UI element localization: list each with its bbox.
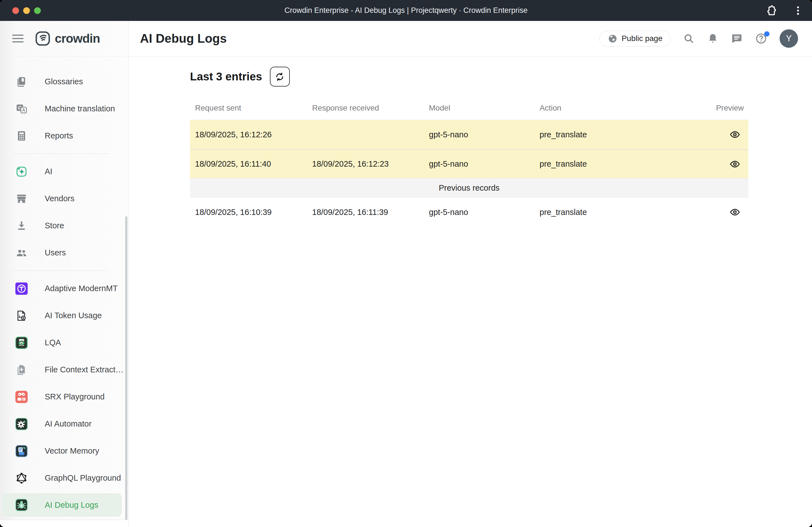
bell-icon — [707, 33, 719, 44]
cell-response-received: 18/09/2025, 16:12:23 — [307, 160, 424, 169]
glossaries-icon — [15, 76, 28, 88]
entries-heading: Last 3 entries — [190, 70, 262, 83]
refresh-icon — [274, 72, 285, 82]
sidebar-item-label: Glossaries — [45, 77, 83, 86]
sidebar-item-vendors[interactable]: Vendors — [2, 185, 122, 212]
messages-button[interactable] — [731, 33, 743, 44]
sidebar-item-label: Reports — [45, 131, 73, 140]
table-row: 18/09/2025, 16:12:26 gpt-5-nano pre_tran… — [190, 120, 748, 149]
user-avatar[interactable]: Y — [780, 29, 798, 48]
sidebar-item-label: SRX Playground — [45, 392, 104, 402]
sidebar-nav: Glossaries GA Machine translation Report… — [0, 56, 129, 517]
previous-records-separator[interactable]: Previous records — [190, 178, 748, 198]
column-header-action: Action — [535, 104, 709, 112]
sidebar-item-label: LQA — [45, 338, 61, 347]
public-page-label: Public page — [622, 34, 663, 43]
column-header-preview: Preview — [709, 104, 748, 112]
sidebar-item-vector-memory[interactable]: Vector Memory — [2, 437, 122, 465]
sidebar-item-label: Users — [45, 248, 66, 257]
search-icon — [683, 33, 695, 44]
cell-response-received: 18/09/2025, 16:11:39 — [307, 208, 424, 217]
adaptive-modernmt-icon — [15, 283, 28, 295]
eye-preview-icon — [729, 159, 740, 170]
globe-icon — [607, 33, 618, 44]
sidebar-item-label: Vendors — [45, 194, 74, 203]
sidebar-item-label: File Context Extract… — [45, 365, 124, 374]
sidebar-item-label: Machine translation — [45, 104, 115, 113]
cell-request-sent: 18/09/2025, 16:12:26 — [190, 130, 307, 139]
reports-calculator-icon — [15, 130, 28, 142]
column-header-model: Model — [424, 104, 535, 112]
crowdin-logo-icon — [35, 30, 51, 47]
help-button[interactable] — [755, 32, 767, 45]
ai-token-usage-icon — [15, 310, 28, 322]
page-body: Last 3 entries Request sent Response rec… — [129, 56, 812, 227]
sidebar-item-label: Store — [45, 221, 64, 230]
machine-translation-icon: GA — [15, 103, 28, 115]
ai-automator-gear-icon — [15, 418, 28, 430]
previous-records-label: Previous records — [439, 183, 499, 193]
hamburger-menu-button[interactable] — [12, 35, 24, 42]
sidebar-item-adaptive-modernmt[interactable]: Adaptive ModernMT — [2, 275, 122, 302]
cell-model: gpt-5-nano — [424, 160, 535, 169]
cell-request-sent: 18/09/2025, 16:10:39 — [190, 208, 307, 217]
cell-model: gpt-5-nano — [424, 130, 535, 139]
users-people-icon — [15, 247, 28, 259]
sidebar-item-glossaries[interactable]: Glossaries — [2, 68, 122, 95]
column-header-response-received: Response received — [307, 104, 424, 112]
table-row: 18/09/2025, 16:11:40 18/09/2025, 16:12:2… — [190, 149, 748, 178]
help-notification-dot — [764, 31, 770, 36]
sidebar-footer — [0, 520, 129, 527]
avatar-initial: Y — [786, 33, 792, 44]
sidebar-item-lqa[interactable]: LQA — [2, 329, 122, 356]
sidebar-item-users[interactable]: Users — [2, 239, 122, 266]
preview-button[interactable] — [729, 129, 740, 140]
sidebar-item-machine-translation[interactable]: GA Machine translation — [2, 95, 122, 122]
sidebar-item-store[interactable]: Store — [2, 212, 122, 239]
sidebar-item-label: AI Token Usage — [45, 311, 102, 320]
eye-preview-icon — [729, 129, 740, 140]
table-header-row: Request sent Response received Model Act… — [190, 96, 748, 120]
sidebar-divider — [13, 153, 110, 154]
sidebar-item-graphql-playground[interactable]: GraphQL Playground — [2, 465, 122, 492]
cell-action: pre_translate — [535, 208, 709, 217]
sidebar-header: crowdin — [0, 21, 129, 56]
graphql-playground-icon — [15, 472, 28, 484]
sidebar-item-srx-playground[interactable]: SRX Playground — [2, 383, 122, 410]
sidebar-item-label: AI — [45, 167, 52, 176]
browser-tab-title: Crowdin Enterprise - AI Debug Logs | Pro… — [0, 6, 812, 15]
sidebar: crowdin Glossaries GA Machine translatio… — [0, 21, 129, 527]
search-button[interactable] — [683, 33, 695, 44]
notifications-button[interactable] — [707, 33, 719, 44]
sidebar-item-label: AI Automator — [45, 419, 92, 428]
header-actions: Public page Y — [599, 29, 798, 48]
lqa-eye-icon — [15, 337, 28, 349]
sidebar-item-ai-debug-logs[interactable]: AI Debug Logs — [2, 493, 122, 517]
cell-model: gpt-5-nano — [424, 208, 535, 217]
sidebar-item-label: Vector Memory — [45, 446, 99, 455]
crowdin-logo[interactable]: crowdin — [35, 30, 100, 47]
sidebar-item-ai[interactable]: AI — [2, 158, 122, 185]
sidebar-item-ai-token-usage[interactable]: AI Token Usage — [2, 302, 122, 329]
vendors-storefront-icon — [15, 193, 28, 205]
debug-logs-table: Request sent Response received Model Act… — [190, 96, 748, 227]
page-header: AI Debug Logs Public page — [129, 21, 812, 56]
file-context-extraction-icon — [15, 364, 28, 376]
table-row: 18/09/2025, 16:10:39 18/09/2025, 16:11:3… — [190, 198, 748, 227]
preview-button[interactable] — [729, 159, 740, 170]
sidebar-item-file-context-extraction[interactable]: File Context Extract… — [2, 356, 122, 383]
main-content: AI Debug Logs Public page — [129, 21, 812, 527]
refresh-button[interactable] — [270, 67, 290, 87]
eye-preview-icon — [729, 207, 740, 218]
sidebar-item-label: AI Debug Logs — [45, 500, 98, 510]
sidebar-item-reports[interactable]: Reports — [2, 122, 122, 149]
public-page-button[interactable]: Public page — [599, 31, 671, 47]
store-download-icon — [15, 220, 28, 232]
sidebar-divider — [13, 270, 110, 271]
browser-titlebar: Crowdin Enterprise - AI Debug Logs | Pro… — [0, 0, 812, 21]
sidebar-scrollbar[interactable] — [125, 216, 127, 527]
preview-button[interactable] — [729, 207, 740, 218]
sidebar-item-ai-automator[interactable]: AI Automator — [2, 410, 122, 437]
svg-text:A: A — [22, 107, 25, 112]
ai-debug-logs-bug-icon — [15, 499, 28, 511]
